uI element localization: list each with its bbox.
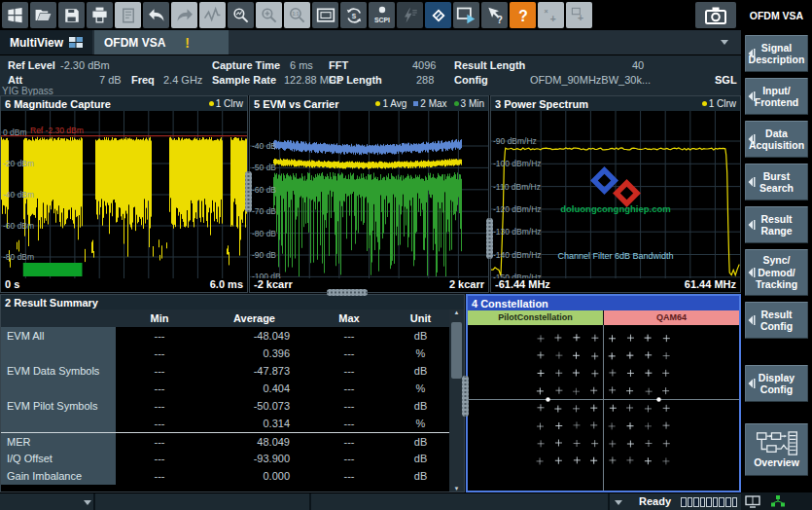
display-switch-icon[interactable]	[745, 495, 760, 508]
x-axis-start: -61.44 MHz	[495, 278, 550, 292]
cp-length-value[interactable]: 288	[416, 74, 434, 86]
sidebar-item-data-acquisition[interactable]: Data Acquisition	[745, 121, 808, 158]
panel-title: 2 Result Summary	[5, 297, 98, 309]
svg-text:-110 dBm/Hz: -110 dBm/Hz	[493, 182, 541, 192]
help-pointer-icon[interactable]: ?	[481, 2, 508, 28]
sidebar-item-result-range[interactable]: Result Range	[745, 206, 808, 243]
vertical-splitter-handle[interactable]	[462, 376, 469, 417]
svg-text:-120 dBm/Hz: -120 dBm/Hz	[493, 204, 542, 214]
panel-magnitude-capture[interactable]: 6 Magnitude Capture 1 Clrw Ref -2.30 dBm…	[0, 95, 248, 293]
rs-logo-icon[interactable]	[425, 2, 451, 28]
print-icon[interactable]	[87, 2, 113, 28]
tab-multiview-label: MultiView	[10, 36, 63, 50]
window-play-icon[interactable]	[453, 2, 479, 28]
svg-text:?: ?	[518, 8, 528, 24]
submenu-arrow-icon	[748, 91, 756, 102]
column-header: Max	[305, 310, 393, 327]
svg-text:-70 dB: -70 dB	[252, 206, 276, 216]
svg-text:+: +	[550, 14, 556, 24]
zoom-icon[interactable]	[228, 2, 254, 28]
trace-legend: 1 Clrw	[209, 98, 243, 109]
sequence-icon[interactable]: S	[340, 2, 367, 28]
open-icon[interactable]	[30, 2, 56, 28]
sample-rate-label: Sample Rate	[212, 74, 276, 86]
sidebar-item-input-frontend[interactable]: Input/ Frontend	[745, 78, 808, 115]
svg-text:Ref -2.30 dBm: Ref -2.30 dBm	[30, 126, 84, 135]
evm-chart: -40 dB-50 dB-60 dB-70 dB-80 dB-90 dB-100…	[250, 111, 488, 278]
sidebar-item-burst-search[interactable]: Burst Search	[745, 164, 808, 200]
freq-value[interactable]: 2.4 GHz	[163, 74, 202, 86]
overview-label: Overview	[754, 456, 799, 468]
x-axis-end: 6.0 ms	[210, 278, 243, 292]
scroll-thumb[interactable]	[451, 322, 462, 379]
status-ready: Ready	[639, 495, 671, 507]
capture-time-value[interactable]: 6 ms	[290, 59, 313, 71]
vertical-splitter-handle[interactable]	[245, 171, 252, 212]
svg-text:S: S	[351, 12, 356, 18]
svg-text:-40 dB: -40 dB	[252, 141, 276, 151]
windows-icon[interactable]	[2, 2, 28, 28]
status-dropdown-icon[interactable]	[615, 500, 622, 505]
result-length-label: Result Length	[454, 59, 525, 71]
frame-icon[interactable]	[312, 2, 338, 28]
ref-level-label: Ref Level	[8, 59, 55, 71]
table-row: Gain Imbalance---0.000---dB	[1, 467, 449, 485]
zoom-in-icon	[256, 2, 282, 28]
sidebar-footer	[741, 492, 812, 510]
camera-icon[interactable]	[695, 2, 736, 28]
column-header: Min	[116, 310, 203, 327]
spectrum-chart: doluongcongnghiep.comChannel Filter 6dB …	[491, 111, 740, 278]
table-row: EVM Pilot Symbols----50.073---dB	[1, 397, 449, 415]
save-icon[interactable]	[58, 2, 85, 28]
panel-evm-vs-carrier[interactable]: 5 EVM vs Carrier 1 Avg2 Max3 Min -40 dB-…	[249, 95, 489, 293]
svg-text:-20 dBm: -20 dBm	[3, 159, 34, 168]
horizontal-splitter-handle[interactable]	[327, 289, 368, 296]
svg-text:-140 dBm/Hz: -140 dBm/Hz	[493, 250, 542, 260]
svg-text:-100 dB: -100 dB	[252, 272, 281, 278]
tab-ofdm-vsa-label: OFDM VSA	[104, 36, 165, 50]
result-length-value[interactable]: 40	[632, 59, 644, 71]
panel-power-spectrum[interactable]: 3 Power Spectrum 1 Clrw doluongcongnghie…	[490, 95, 741, 293]
table-row: ---0.396---%	[1, 345, 449, 362]
table-row: MER---48.049---dB	[1, 432, 449, 450]
tab-dropdown-icon[interactable]	[721, 40, 728, 45]
svg-text:?: ?	[496, 14, 502, 24]
svg-text:-80 dB: -80 dB	[252, 229, 276, 238]
sidebar-item-result-config[interactable]: Result Config	[745, 302, 808, 339]
cp-length-label: CP Length	[329, 74, 382, 86]
vertical-splitter-handle[interactable]	[486, 218, 493, 259]
svg-text:SCPI: SCPI	[373, 17, 389, 23]
panel-title: 6 Magnitude Capture	[5, 98, 111, 110]
scpi-icon[interactable]: SCPI	[369, 2, 395, 28]
scroll-down-icon[interactable]: ▼	[454, 486, 460, 492]
svg-text:+: +	[578, 13, 583, 23]
trace-pilot-constellation[interactable]: PilotConstellation	[468, 310, 604, 325]
table-row: ---0.314---%	[1, 415, 449, 432]
att-value[interactable]: 7 dB	[99, 74, 122, 86]
trace-qam64[interactable]: QAM64	[604, 310, 739, 325]
config-value[interactable]: OFDM_90MHzBW_30k...	[530, 74, 651, 86]
add-pane-icon: +	[566, 2, 592, 28]
fft-value[interactable]: 4096	[412, 59, 436, 71]
sidebar-item-sync-demod-tracking[interactable]: Sync/ Demod/ Tracking	[745, 249, 808, 296]
scroll-up-icon[interactable]: ▲	[454, 310, 460, 315]
sidebar-item-overview[interactable]: Overview	[745, 423, 808, 476]
lightning-icon	[397, 2, 423, 28]
zoom-reset-icon: 1:1	[284, 2, 310, 28]
trace-legend: 1 Avg2 Max3 Min	[375, 98, 484, 109]
tab-multiview[interactable]: MultiView	[0, 30, 92, 55]
multiview-icon	[69, 37, 83, 48]
svg-text:-40 dBm: -40 dBm	[3, 190, 34, 200]
redo-icon	[171, 2, 197, 28]
column-header: Average	[203, 310, 305, 327]
panel-constellation[interactable]: 4 Constellation PilotConstellation QAM64	[466, 294, 741, 492]
status-dropdown-icon[interactable]	[84, 500, 91, 505]
panel-result-summary[interactable]: 2 Result Summary MinAverageMaxUnitEVM Al…	[0, 294, 465, 492]
tab-ofdm-vsa[interactable]: OFDM VSA !	[94, 30, 229, 55]
config-label: Config	[454, 74, 488, 86]
help-icon[interactable]: ?	[510, 2, 536, 28]
ref-level-value[interactable]: -2.30 dBm	[60, 59, 110, 71]
sidebar-item-signal-description[interactable]: Signal Description	[745, 35, 808, 72]
undo-icon[interactable]	[143, 2, 169, 28]
sidebar-item-display-config[interactable]: Display Config	[745, 365, 808, 402]
